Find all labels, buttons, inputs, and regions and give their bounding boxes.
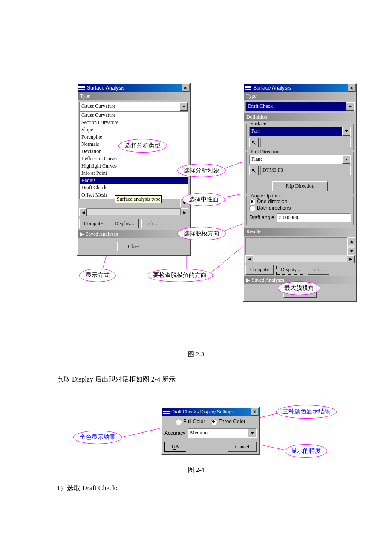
scroll-left-icon[interactable]: ◂: [245, 255, 253, 263]
annotation: 选择中性面: [182, 193, 225, 206]
annotation: 最大脱模角: [278, 281, 320, 295]
accuracy-combo[interactable]: Medium: [188, 428, 257, 438]
cancel-button[interactable]: Cancel: [228, 442, 257, 452]
angle-options-label: Angle Options: [249, 193, 282, 199]
annotation: 显示方式: [79, 269, 116, 282]
full-color-radio[interactable]: Full Color: [176, 419, 205, 425]
display-button[interactable]: Display...: [276, 265, 305, 275]
window-title: Draft Check - Display Settings: [171, 409, 234, 414]
info-button: Info...: [308, 265, 329, 275]
figure-caption: 图 2-3: [0, 350, 392, 358]
annotation: 选择脱模方向: [177, 227, 226, 240]
annotation: 要检查脱模角的方向: [147, 269, 213, 282]
titlebar: Surface Analysis ✕: [78, 84, 190, 92]
chevron-down-icon[interactable]: [346, 102, 354, 111]
type-combo-value: Gauss Curvature: [80, 102, 180, 111]
three-color-radio[interactable]: Three Color: [211, 419, 245, 425]
close-button[interactable]: Close: [117, 242, 150, 251]
chevron-down-icon[interactable]: [342, 155, 350, 164]
results-section-label: Results: [244, 228, 356, 236]
pull-direction-group: Pull Direction Plane ↖ DTM3:F3 Flip Dire…: [246, 152, 354, 194]
pick-icon[interactable]: ↖: [249, 166, 259, 175]
surface-combo[interactable]: Part: [249, 127, 351, 136]
type-combo[interactable]: Draft Check: [245, 102, 355, 111]
pull-direction-label: Pull Direction: [249, 149, 281, 155]
scroll-up-icon[interactable]: ▴: [348, 237, 355, 245]
list-item[interactable]: Reflection Curves: [80, 155, 188, 162]
type-section-label: Type: [244, 92, 356, 100]
pull-ref-field[interactable]: DTM3:F3: [260, 166, 351, 175]
annotation: 显示的精度: [285, 444, 327, 458]
list-item[interactable]: Highlight Curves: [80, 162, 188, 170]
scroll-left-icon[interactable]: ◂: [79, 208, 87, 216]
type-section-label: Type: [78, 92, 190, 100]
pick-icon[interactable]: ↖: [249, 138, 259, 147]
angle-options-group: Angle Options One direction Both directi…: [246, 196, 354, 225]
figure-caption: 图 2-4: [0, 466, 392, 474]
compute-button[interactable]: Compute: [79, 219, 107, 228]
close-icon[interactable]: ✕: [182, 84, 189, 92]
annotation: 选择分析对象: [177, 164, 226, 177]
chevron-down-icon[interactable]: [248, 429, 256, 437]
type-combo-value: Draft Check: [246, 102, 346, 111]
accuracy-label: Accuracy: [164, 430, 185, 436]
list-item[interactable]: Section Curvature: [80, 119, 188, 126]
annotation: 选择分析类型: [118, 139, 167, 153]
one-direction-radio[interactable]: One direction: [249, 199, 351, 205]
expand-icon: ▶: [246, 277, 250, 283]
definition-section-label: Definition: [244, 113, 356, 121]
close-icon[interactable]: ✕: [251, 408, 258, 416]
window-title: Surface Analysis: [87, 85, 125, 91]
scroll-down-icon[interactable]: ▾: [348, 248, 355, 255]
both-directions-radio[interactable]: Both directions: [249, 205, 351, 211]
annotation: 全色显示结果: [73, 431, 122, 444]
list-item[interactable]: Info at Point: [80, 170, 188, 177]
list-item[interactable]: Radius: [80, 177, 188, 184]
compute-button[interactable]: Compute: [245, 265, 274, 275]
flip-direction-button[interactable]: Flip Direction: [272, 181, 328, 191]
titlebar: Draft Check - Display Settings ✕: [162, 408, 259, 416]
results-area: [245, 237, 348, 255]
annotation: 三种颜色显示结果: [276, 405, 337, 419]
saved-analyses-section[interactable]: ▶ Saved Analyses: [78, 230, 190, 238]
surface-ref-field[interactable]: [260, 138, 351, 147]
step-text: 1）选取 Draft Check:: [57, 484, 118, 493]
window-title: Surface Analysis: [253, 85, 291, 91]
paragraph: 点取 Display 后出现对话框如图 2-4 所示：: [57, 375, 182, 384]
display-button[interactable]: Display...: [110, 219, 139, 228]
draft-angle-label: Draft angle: [249, 214, 274, 220]
titlebar: Surface Analysis ✕: [244, 84, 356, 92]
close-icon[interactable]: ✕: [348, 84, 355, 92]
list-item[interactable]: Slope: [80, 126, 188, 133]
app-icon: [163, 409, 170, 414]
surface-group: Surface Part ↖: [246, 124, 354, 150]
type-combo[interactable]: Gauss Curvature: [79, 102, 188, 111]
tooltip: Surface analysis type: [115, 195, 162, 203]
type-list[interactable]: Gauss Curvature Section Curvature Slope …: [79, 111, 188, 199]
scroll-right-icon[interactable]: ▸: [181, 208, 188, 216]
list-item[interactable]: Draft Check: [80, 184, 188, 191]
surface-label: Surface: [249, 121, 268, 127]
chevron-down-icon[interactable]: [180, 102, 188, 111]
expand-icon: ▶: [80, 231, 84, 237]
pull-direction-combo[interactable]: Plane: [249, 155, 351, 164]
scroll-right-icon[interactable]: ▸: [347, 255, 355, 263]
chevron-down-icon[interactable]: [342, 127, 350, 136]
ok-button[interactable]: OK: [164, 442, 186, 452]
draft-angle-field[interactable]: 3.000000: [277, 213, 351, 222]
app-icon: [78, 85, 85, 90]
list-item[interactable]: Gauss Curvature: [80, 112, 188, 119]
app-icon: [245, 85, 251, 90]
info-button: Info...: [141, 219, 163, 228]
